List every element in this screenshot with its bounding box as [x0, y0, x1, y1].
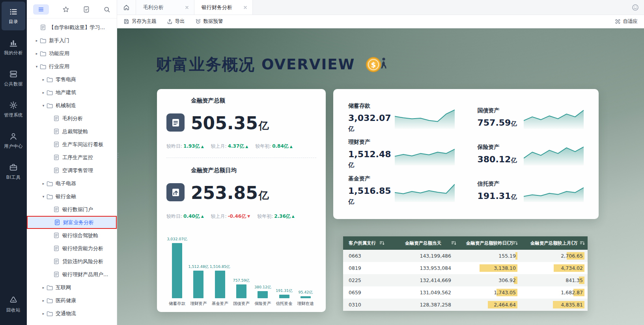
tree-item-8[interactable]: 总裁驾驶舱 — [27, 125, 117, 138]
column-header-0[interactable]: 客户所属支行 — [343, 236, 387, 250]
bar-3[interactable]: 757.59亿 国债资产 — [231, 236, 252, 306]
document-icon — [53, 245, 60, 251]
search-icon[interactable] — [103, 6, 110, 13]
panel-resize-handle[interactable]: ⋮ — [115, 152, 121, 159]
sort-icon[interactable] — [580, 241, 585, 245]
sidebar-spacer — [0, 188, 27, 290]
favorites-icon[interactable] — [62, 6, 69, 13]
expand-arrow-icon[interactable]: ▸ — [41, 312, 46, 316]
bar-6[interactable]: 95.42亿 理财在途 — [295, 236, 316, 306]
expand-arrow-icon[interactable]: ▸ — [41, 286, 46, 290]
tab-1[interactable]: 银行财务分析 — [194, 0, 253, 15]
expand-arrow-icon[interactable]: ▸ — [41, 182, 46, 186]
command-alert[interactable]: 数据预警 — [195, 18, 223, 25]
tree-item-17[interactable]: 银行经营能力分析 — [27, 242, 117, 255]
tree-item-3[interactable]: ▾ 行业应用 — [27, 60, 117, 73]
command-label: 自适应 — [623, 18, 638, 25]
nav-item-bi-tools[interactable]: BI工具 — [0, 157, 27, 186]
mini-chart-3[interactable]: 保险资产 380.12亿 — [478, 136, 584, 173]
expand-arrow-icon[interactable]: ▸ — [41, 299, 46, 303]
sort-icon[interactable] — [513, 241, 518, 245]
bar-0[interactable]: 3,032.07亿 储蓄存款 — [166, 236, 188, 306]
tree-item-22[interactable]: ▸ 交通物流 — [27, 307, 117, 320]
tree-item-6[interactable]: ▾ 机械制造 — [27, 99, 117, 112]
nav-item-catalog[interactable]: 目录 — [2, 2, 25, 30]
table-row-0[interactable]: 0663 143,199,486 155.19 2,706.65 — [343, 250, 588, 262]
save-icon — [123, 19, 129, 24]
nav-item-recycle-bin[interactable]: 回收站 — [0, 290, 27, 319]
folder-icon — [47, 89, 53, 95]
tree-item-label: 银行理财产品用户... — [62, 271, 108, 278]
cell-vs-yesterday: 2,464.64 — [459, 299, 521, 311]
table-row-3[interactable]: 0659 131,049,562 1,743.05 1,682.87 — [343, 286, 588, 299]
dashed-divider — [166, 158, 316, 158]
column-header-2[interactable]: 金融资产总额较昨日(万 — [459, 236, 521, 250]
nav-item-user-center[interactable]: 用户中心 — [0, 126, 27, 155]
tree-item-10[interactable]: 工序生产监控 — [27, 151, 117, 164]
directory-panel: 【自学BI戳这里】学习... ▸ 新手入门 ▸ 功能应用 ▾ 行业应用 ▸ 零售… — [27, 0, 117, 325]
command-fit[interactable]: 自适应 — [615, 18, 638, 25]
mini-chart-1[interactable]: 国债资产 757.59亿 — [478, 99, 584, 136]
bar-2[interactable]: 1,516.85亿 基金资产 — [209, 236, 231, 306]
tree-item-2[interactable]: ▸ 功能应用 — [27, 47, 117, 60]
mini-chart-value: 3,032.07亿 — [348, 113, 395, 133]
expand-arrow-icon[interactable]: ▸ — [41, 78, 46, 82]
tree-item-1[interactable]: ▸ 新手入门 — [27, 34, 117, 47]
list-view-toggle[interactable] — [33, 4, 49, 15]
mini-chart-2[interactable]: 理财资产 1,512.48亿 — [348, 136, 455, 173]
tab-home[interactable] — [117, 0, 136, 15]
tree-item-19[interactable]: 银行理财产品用户... — [27, 268, 117, 281]
tree-item-21[interactable]: ▸ 医药健康 — [27, 294, 117, 307]
tree-item-5[interactable]: ▸ 地产建筑 — [27, 86, 117, 99]
table-row-2[interactable]: 0225 132,414,669 306.92 841.35 — [343, 274, 588, 286]
bar-5[interactable]: 191.31亿 信托资金 — [273, 236, 295, 306]
bar-1[interactable]: 1,512.48亿 理财资产 — [188, 236, 209, 306]
tree-item-14[interactable]: 银行数据门户 — [27, 203, 117, 216]
expand-arrow-icon[interactable]: ▸ — [41, 91, 46, 95]
sort-icon[interactable] — [379, 241, 385, 245]
tree-item-9[interactable]: 生产车间运行看板 — [27, 138, 117, 151]
help-icon[interactable] — [631, 4, 639, 11]
nav-item-public-data[interactable]: 公共数据 — [0, 64, 27, 93]
column-header-1[interactable]: 金融资产总额当天 — [387, 236, 459, 250]
command-export[interactable]: 导出 — [167, 18, 185, 25]
table-row-4[interactable]: 0310 128,387,258 2,464.64 4,835.81 — [343, 299, 588, 311]
table-row-1[interactable]: 0819 133,953,084 3,138.10 4,734.02 — [343, 262, 588, 274]
tree-item-7[interactable]: 毛利分析 — [27, 112, 117, 125]
expand-arrow-icon[interactable]: ▸ — [34, 39, 39, 43]
tree-item-18[interactable]: 贷款违约风险分析 — [27, 255, 117, 268]
tree-item-0[interactable]: 【自学BI戳这里】学习... — [27, 21, 117, 34]
tree-item-20[interactable]: ▸ 互联网 — [27, 281, 117, 294]
bar-category-label: 信托资金 — [276, 301, 293, 306]
created-docs-icon[interactable] — [83, 6, 90, 13]
sort-icon[interactable] — [451, 241, 456, 245]
kpi-section: 金融资产总额 505.35亿 较昨日: 1.93亿 ▲ 较上月: 4.37亿 ▲… — [166, 97, 316, 220]
mini-chart-label: 储蓄存款 — [348, 102, 395, 110]
mini-chart-4[interactable]: 基金资产 1,516.85亿 — [348, 172, 455, 209]
mini-chart-5[interactable]: 信托资产 191.31亿 — [478, 172, 584, 209]
command-save[interactable]: 另存为主题 — [123, 18, 157, 25]
column-header-3[interactable]: 金融资产总额较上月(万 — [521, 236, 588, 250]
mini-chart-value: 1,512.48亿 — [348, 149, 395, 169]
expand-arrow-icon[interactable]: ▾ — [41, 195, 46, 199]
nav-item-admin-system[interactable]: 管理系统 — [0, 95, 27, 124]
expand-arrow-icon[interactable]: ▾ — [34, 65, 39, 69]
nav-item-my-analysis[interactable]: 我的分析 — [0, 33, 27, 61]
expand-arrow-icon[interactable]: ▾ — [41, 104, 46, 108]
bar-category-label: 理财资产 — [190, 301, 207, 306]
tree-item-label: 毛利分析 — [62, 115, 83, 122]
bar-4[interactable]: 380.12亿 保险资产 — [252, 236, 273, 306]
tree-item-4[interactable]: ▸ 零售电商 — [27, 73, 117, 86]
close-icon[interactable] — [243, 5, 248, 10]
tab-0[interactable]: 毛利分析 — [136, 0, 194, 15]
tree-item-16[interactable]: 银行综合驾驶舱 — [27, 229, 117, 242]
mini-chart-0[interactable]: 储蓄存款 3,032.07亿 — [348, 99, 455, 136]
tree-item-13[interactable]: ▾ 银行金融 — [27, 190, 117, 203]
sparkline-0 — [395, 106, 455, 129]
tree-item-12[interactable]: ▸ 电子电器 — [27, 177, 117, 190]
tree-item-11[interactable]: 空调零售管理 — [27, 164, 117, 177]
folder-icon — [47, 180, 53, 186]
expand-arrow-icon[interactable]: ▸ — [34, 52, 39, 56]
close-icon[interactable] — [185, 5, 189, 10]
tree-item-15[interactable]: 财富业务分析 — [27, 216, 117, 229]
